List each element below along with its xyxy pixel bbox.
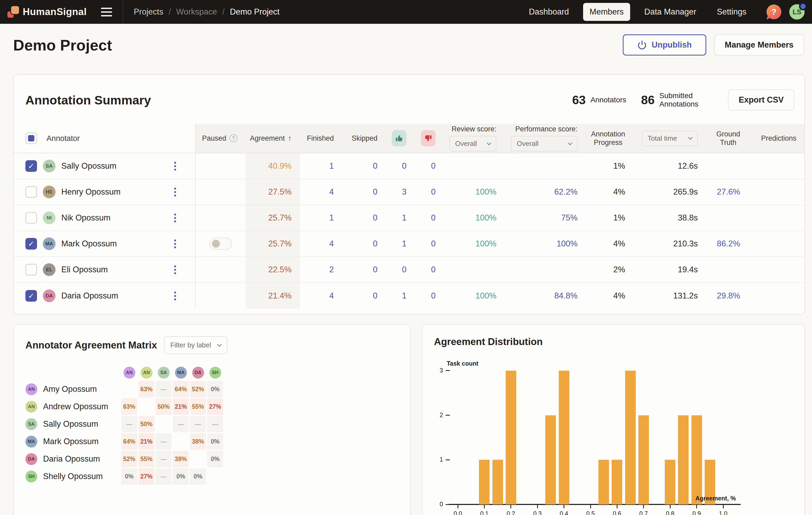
paused-cell — [196, 153, 246, 179]
y-tick — [446, 370, 450, 371]
humansignal-logo[interactable]: HumanSignal — [7, 6, 87, 18]
histogram-bar — [678, 415, 689, 505]
x-tick — [617, 505, 617, 508]
hamburger-menu-icon[interactable] — [99, 6, 114, 18]
breadcrumb-projects[interactable]: Projects — [134, 7, 163, 17]
manage-members-button[interactable]: Manage Members — [714, 34, 804, 56]
finished-cell: 1 — [300, 205, 342, 231]
breadcrumb-current: Demo Project — [230, 7, 280, 17]
paused-cell — [196, 179, 246, 205]
matrix-row-label: AN Andrew Opossum — [25, 398, 120, 415]
paused-toggle[interactable] — [209, 238, 232, 250]
annotation-progress-cell: 4% — [586, 179, 634, 205]
row-checkbox[interactable]: ✓ — [25, 160, 37, 172]
manage-members-label: Manage Members — [725, 40, 793, 50]
performance-score-select[interactable]: Overall — [511, 136, 578, 151]
x-tick-label: 0.9 — [693, 510, 701, 515]
x-tick — [590, 505, 591, 508]
thumbs-up-cell: 1 — [386, 231, 415, 256]
row-checkbox[interactable] — [25, 186, 37, 198]
nav-data-manager[interactable]: Data Manager — [638, 3, 702, 21]
matrix-cell: 63% — [139, 381, 154, 397]
agreement-cell: 21.4% — [246, 283, 300, 309]
annotator-cell: ✓ DA Daria Opossum — [14, 283, 196, 309]
chevron-down-icon — [217, 342, 222, 347]
page-header: Demo Project Unpublish Manage Members — [0, 24, 812, 64]
paused-cell — [196, 205, 246, 231]
matrix-cell: 21% — [139, 433, 154, 450]
y-axis-title: Task count — [447, 360, 478, 367]
matrix-cell: 38% — [173, 451, 189, 467]
review-score-cell: 100% — [444, 205, 505, 231]
select-all-checkbox[interactable] — [25, 133, 37, 144]
row-menu-icon[interactable] — [173, 238, 178, 250]
annotator-cell: ✓ MA Mark Opossum — [14, 231, 196, 256]
row-menu-icon[interactable] — [173, 160, 178, 172]
help-icon[interactable]: ? — [766, 4, 781, 19]
x-tick — [484, 505, 485, 508]
annotator-cell: EL Eli Opossum — [14, 257, 196, 282]
unpublish-label: Unpublish — [651, 40, 692, 50]
x-tick-label: 0.3 — [533, 510, 542, 515]
matrix-cell: 55% — [139, 451, 154, 467]
matrix-cell — [156, 416, 172, 432]
nav-dashboard[interactable]: Dashboard — [523, 3, 575, 21]
thumbs-up-cell: 1 — [386, 283, 415, 309]
predictions-cell — [749, 257, 805, 282]
notification-dot-icon — [801, 4, 806, 9]
matrix-cell: 0% — [207, 451, 223, 467]
filter-by-label-select[interactable]: Filter by label — [164, 336, 227, 354]
total-time-select[interactable]: Total time — [642, 131, 698, 146]
table-row: ✓ DA Daria Opossum 21.4% 4 0 1 0 100% 84… — [14, 283, 804, 309]
row-menu-icon[interactable] — [173, 290, 178, 302]
x-tick-label: 0.1 — [480, 510, 489, 515]
table-row: ✓ MA Mark Opossum 25.7% 4 0 1 0 100% 100… — [14, 231, 804, 257]
matrix-cell: — — [156, 451, 172, 467]
breadcrumb-workspace[interactable]: Workspace — [176, 7, 217, 17]
row-checkbox[interactable]: ✓ — [25, 290, 37, 302]
row-checkbox[interactable] — [25, 264, 37, 276]
agreement-column-header[interactable]: Agreement ↑ — [246, 124, 300, 153]
histogram-bar — [638, 415, 649, 505]
row-checkbox[interactable]: ✓ — [25, 238, 37, 250]
chevron-down-icon — [568, 141, 573, 145]
nav-settings[interactable]: Settings — [710, 3, 753, 21]
skipped-cell: 0 — [342, 283, 386, 309]
paused-cell — [196, 283, 246, 309]
matrix-row-avatar: SA — [25, 418, 37, 430]
user-avatar[interactable]: LS — [789, 4, 805, 20]
review-score-select[interactable]: Overall — [450, 136, 496, 151]
matrix-row-name: Mark Opossum — [43, 437, 98, 446]
annotators-count: 63 — [572, 93, 586, 107]
paused-info-icon[interactable]: ? — [229, 134, 237, 142]
app-window: HumanSignal Projects / Workspace / Demo … — [0, 0, 812, 515]
nav-members[interactable]: Members — [583, 3, 630, 21]
finished-column-header: Finished — [300, 124, 342, 153]
row-menu-icon[interactable] — [173, 186, 178, 198]
x-tick-label: 0.0 — [454, 510, 462, 515]
matrix-cell: 63% — [121, 398, 137, 415]
matrix-row-label: SH Shelly Opossum — [25, 468, 120, 485]
skipped-cell: 0 — [342, 257, 386, 282]
row-menu-icon[interactable] — [173, 212, 178, 224]
matrix-column-avatar: MA — [173, 365, 189, 380]
matrix-cell — [173, 433, 189, 450]
x-tick-label: 0.8 — [666, 510, 674, 515]
unpublish-button[interactable]: Unpublish — [623, 34, 706, 56]
paused-column-header: Paused — [202, 134, 226, 143]
ground-truth-cell — [706, 153, 749, 179]
annotator-name: Daria Opossum — [61, 291, 118, 301]
row-menu-icon[interactable] — [173, 264, 178, 276]
matrix-row-label: AN Amy Opossum — [25, 381, 120, 397]
paused-cell — [196, 231, 246, 256]
matrix-title: Annotator Agreement Matrix — [25, 340, 157, 351]
export-csv-button[interactable]: Export CSV — [728, 89, 794, 111]
thumbs-up-cell: 1 — [386, 205, 415, 231]
histogram-bar — [612, 460, 622, 505]
annotators-table-body: ✓ SA Sally Opossum 40.9% 1 0 0 0 1% 12.6… — [14, 153, 804, 309]
matrix-cell: — — [190, 416, 206, 432]
row-checkbox[interactable] — [25, 212, 37, 224]
predictions-cell — [749, 231, 805, 256]
thumbs-up-cell: 0 — [386, 153, 415, 179]
histogram-bar — [479, 460, 490, 505]
